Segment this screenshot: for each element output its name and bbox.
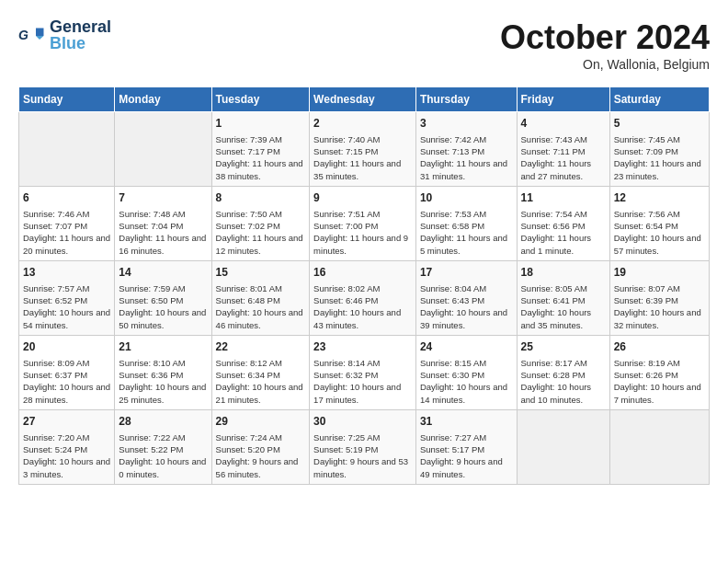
day-number: 26 bbox=[614, 339, 705, 355]
calendar-cell: 27Sunrise: 7:20 AM Sunset: 5:24 PM Dayli… bbox=[19, 409, 115, 484]
cell-info: Sunrise: 8:07 AM Sunset: 6:39 PM Dayligh… bbox=[614, 282, 705, 331]
cell-info: Sunrise: 8:12 AM Sunset: 6:34 PM Dayligh… bbox=[216, 357, 306, 406]
calendar-cell: 3Sunrise: 7:42 AM Sunset: 7:13 PM Daylig… bbox=[415, 112, 517, 187]
day-number: 28 bbox=[119, 414, 207, 430]
day-number: 20 bbox=[23, 339, 110, 355]
cell-info: Sunrise: 7:59 AM Sunset: 6:50 PM Dayligh… bbox=[119, 282, 207, 331]
cell-info: Sunrise: 7:57 AM Sunset: 6:52 PM Dayligh… bbox=[23, 282, 110, 331]
cell-info: Sunrise: 7:48 AM Sunset: 7:04 PM Dayligh… bbox=[119, 208, 207, 257]
cell-info: Sunrise: 7:54 AM Sunset: 6:56 PM Dayligh… bbox=[521, 208, 606, 257]
calendar-cell: 13Sunrise: 7:57 AM Sunset: 6:52 PM Dayli… bbox=[19, 260, 115, 335]
cell-info: Sunrise: 7:46 AM Sunset: 7:07 PM Dayligh… bbox=[23, 208, 110, 257]
calendar-cell: 21Sunrise: 8:10 AM Sunset: 6:36 PM Dayli… bbox=[115, 335, 211, 409]
cell-info: Sunrise: 7:56 AM Sunset: 6:54 PM Dayligh… bbox=[614, 208, 705, 257]
day-number: 4 bbox=[521, 116, 606, 132]
day-header-wednesday: Wednesday bbox=[310, 87, 416, 112]
calendar-cell: 31Sunrise: 7:27 AM Sunset: 5:17 PM Dayli… bbox=[415, 409, 517, 484]
cell-info: Sunrise: 8:02 AM Sunset: 6:46 PM Dayligh… bbox=[313, 282, 412, 331]
calendar-cell: 14Sunrise: 7:59 AM Sunset: 6:50 PM Dayli… bbox=[115, 260, 211, 335]
calendar-cell: 23Sunrise: 8:14 AM Sunset: 6:32 PM Dayli… bbox=[310, 335, 416, 409]
week-row-2: 6Sunrise: 7:46 AM Sunset: 7:07 PM Daylig… bbox=[19, 186, 710, 260]
calendar-cell bbox=[115, 112, 211, 187]
calendar-table: SundayMondayTuesdayWednesdayThursdayFrid… bbox=[18, 86, 710, 485]
cell-info: Sunrise: 8:19 AM Sunset: 6:26 PM Dayligh… bbox=[614, 357, 705, 406]
logo: G General Blue bbox=[18, 18, 111, 53]
day-number: 14 bbox=[119, 265, 207, 281]
cell-info: Sunrise: 7:40 AM Sunset: 7:15 PM Dayligh… bbox=[313, 133, 412, 182]
day-header-monday: Monday bbox=[115, 87, 211, 112]
day-number: 2 bbox=[313, 116, 412, 132]
cell-info: Sunrise: 8:04 AM Sunset: 6:43 PM Dayligh… bbox=[420, 282, 513, 331]
day-number: 5 bbox=[614, 116, 705, 132]
calendar-cell: 24Sunrise: 8:15 AM Sunset: 6:30 PM Dayli… bbox=[415, 335, 517, 409]
cell-info: Sunrise: 8:14 AM Sunset: 6:32 PM Dayligh… bbox=[313, 357, 412, 406]
week-row-5: 27Sunrise: 7:20 AM Sunset: 5:24 PM Dayli… bbox=[19, 409, 710, 484]
day-number: 15 bbox=[216, 265, 306, 281]
day-number: 1 bbox=[216, 116, 306, 132]
calendar-header-row: SundayMondayTuesdayWednesdayThursdayFrid… bbox=[19, 87, 710, 112]
calendar-cell: 7Sunrise: 7:48 AM Sunset: 7:04 PM Daylig… bbox=[115, 186, 211, 260]
day-header-thursday: Thursday bbox=[415, 87, 517, 112]
day-number: 30 bbox=[313, 414, 412, 430]
calendar-cell: 1Sunrise: 7:39 AM Sunset: 7:17 PM Daylig… bbox=[211, 112, 310, 187]
week-row-4: 20Sunrise: 8:09 AM Sunset: 6:37 PM Dayli… bbox=[19, 335, 710, 409]
calendar-cell: 10Sunrise: 7:53 AM Sunset: 6:58 PM Dayli… bbox=[415, 186, 517, 260]
calendar-cell: 16Sunrise: 8:02 AM Sunset: 6:46 PM Dayli… bbox=[310, 260, 416, 335]
day-number: 29 bbox=[216, 414, 306, 430]
cell-info: Sunrise: 8:17 AM Sunset: 6:28 PM Dayligh… bbox=[521, 357, 606, 406]
cell-info: Sunrise: 8:10 AM Sunset: 6:36 PM Dayligh… bbox=[119, 357, 207, 406]
day-number: 10 bbox=[420, 190, 513, 206]
calendar-cell: 9Sunrise: 7:51 AM Sunset: 7:00 PM Daylig… bbox=[310, 186, 416, 260]
title-block: October 2024 On, Wallonia, Belgium bbox=[500, 18, 710, 72]
cell-info: Sunrise: 7:43 AM Sunset: 7:11 PM Dayligh… bbox=[521, 133, 606, 182]
day-number: 21 bbox=[119, 339, 207, 355]
cell-info: Sunrise: 7:20 AM Sunset: 5:24 PM Dayligh… bbox=[23, 431, 110, 480]
cell-info: Sunrise: 8:01 AM Sunset: 6:48 PM Dayligh… bbox=[216, 282, 306, 331]
cell-info: Sunrise: 7:22 AM Sunset: 5:22 PM Dayligh… bbox=[119, 431, 207, 480]
svg-marker-1 bbox=[36, 29, 44, 37]
month-title: October 2024 bbox=[500, 18, 710, 57]
calendar-cell: 2Sunrise: 7:40 AM Sunset: 7:15 PM Daylig… bbox=[310, 112, 416, 187]
day-header-sunday: Sunday bbox=[19, 87, 115, 112]
logo-blue: Blue bbox=[50, 35, 111, 52]
calendar-cell: 8Sunrise: 7:50 AM Sunset: 7:02 PM Daylig… bbox=[211, 186, 310, 260]
calendar-cell bbox=[517, 409, 609, 484]
calendar-cell: 28Sunrise: 7:22 AM Sunset: 5:22 PM Dayli… bbox=[115, 409, 211, 484]
calendar-cell: 30Sunrise: 7:25 AM Sunset: 5:19 PM Dayli… bbox=[310, 409, 416, 484]
cell-info: Sunrise: 7:51 AM Sunset: 7:00 PM Dayligh… bbox=[313, 208, 412, 257]
day-number: 3 bbox=[420, 116, 513, 132]
day-number: 9 bbox=[313, 190, 412, 206]
cell-info: Sunrise: 7:50 AM Sunset: 7:02 PM Dayligh… bbox=[216, 208, 306, 257]
logo-svg: G bbox=[18, 21, 46, 49]
calendar-cell: 26Sunrise: 8:19 AM Sunset: 6:26 PM Dayli… bbox=[609, 335, 709, 409]
cell-info: Sunrise: 8:09 AM Sunset: 6:37 PM Dayligh… bbox=[23, 357, 110, 406]
calendar-cell: 17Sunrise: 8:04 AM Sunset: 6:43 PM Dayli… bbox=[415, 260, 517, 335]
calendar-cell bbox=[19, 112, 115, 187]
calendar-cell: 18Sunrise: 8:05 AM Sunset: 6:41 PM Dayli… bbox=[517, 260, 609, 335]
calendar-cell bbox=[609, 409, 709, 484]
day-number: 17 bbox=[420, 265, 513, 281]
cell-info: Sunrise: 7:45 AM Sunset: 7:09 PM Dayligh… bbox=[614, 133, 705, 182]
day-number: 19 bbox=[614, 265, 705, 281]
svg-marker-2 bbox=[36, 36, 44, 40]
day-number: 27 bbox=[23, 414, 110, 430]
day-number: 16 bbox=[313, 265, 412, 281]
cell-info: Sunrise: 7:25 AM Sunset: 5:19 PM Dayligh… bbox=[313, 431, 412, 480]
day-number: 18 bbox=[521, 265, 606, 281]
calendar-cell: 12Sunrise: 7:56 AM Sunset: 6:54 PM Dayli… bbox=[609, 186, 709, 260]
page-header: G General Blue October 2024 On, Wallonia… bbox=[18, 18, 710, 72]
logo-icon: G General Blue bbox=[18, 18, 111, 52]
day-number: 24 bbox=[420, 339, 513, 355]
day-number: 22 bbox=[216, 339, 306, 355]
calendar-cell: 11Sunrise: 7:54 AM Sunset: 6:56 PM Dayli… bbox=[517, 186, 609, 260]
cell-info: Sunrise: 7:39 AM Sunset: 7:17 PM Dayligh… bbox=[216, 133, 306, 182]
location: On, Wallonia, Belgium bbox=[500, 57, 710, 72]
day-number: 7 bbox=[119, 190, 207, 206]
day-number: 6 bbox=[23, 190, 110, 206]
week-row-3: 13Sunrise: 7:57 AM Sunset: 6:52 PM Dayli… bbox=[19, 260, 710, 335]
week-row-1: 1Sunrise: 7:39 AM Sunset: 7:17 PM Daylig… bbox=[19, 112, 710, 187]
day-header-friday: Friday bbox=[517, 87, 609, 112]
day-header-saturday: Saturday bbox=[609, 87, 709, 112]
cell-info: Sunrise: 8:15 AM Sunset: 6:30 PM Dayligh… bbox=[420, 357, 513, 406]
calendar-cell: 29Sunrise: 7:24 AM Sunset: 5:20 PM Dayli… bbox=[211, 409, 310, 484]
